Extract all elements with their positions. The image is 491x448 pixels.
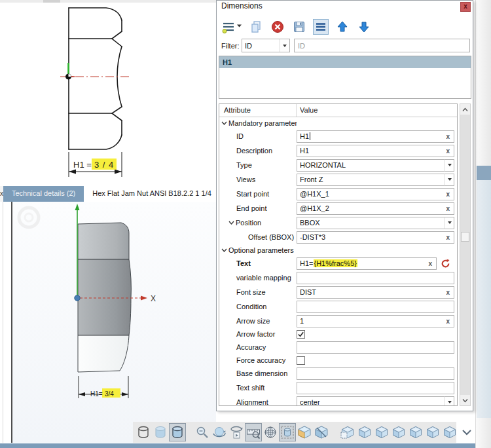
attr-label: Views bbox=[219, 176, 297, 183]
dialog-close-button[interactable]: x bbox=[460, 2, 471, 12]
expander-caret-icon[interactable] bbox=[221, 121, 227, 126]
field-text[interactable]: H1={H1%frac%5}x bbox=[297, 257, 437, 270]
window-scrollbar-track[interactable] bbox=[477, 180, 491, 418]
expander-caret-icon[interactable] bbox=[221, 248, 227, 253]
orbit-icon[interactable] bbox=[211, 423, 228, 441]
attr-label-text: Alignment bbox=[236, 398, 268, 406]
dimension-list[interactable]: H1 bbox=[219, 56, 471, 99]
bounding-box-icon[interactable] bbox=[279, 423, 296, 441]
field-alignment[interactable]: center bbox=[297, 396, 445, 407]
view-front-icon[interactable] bbox=[356, 423, 373, 441]
field-variable-mapping[interactable] bbox=[297, 272, 454, 284]
attr-label: Arrow factor bbox=[219, 330, 297, 338]
field-id[interactable]: H1x bbox=[297, 130, 454, 143]
field-condition[interactable] bbox=[297, 301, 454, 313]
field-start-point[interactable]: @H1X_1x bbox=[297, 188, 454, 200]
clear-field-button[interactable]: x bbox=[443, 147, 452, 155]
filter-field-select[interactable]: ID bbox=[242, 39, 290, 52]
attr-row-description: DescriptionH1x bbox=[219, 143, 457, 158]
dropdown-caret-icon[interactable] bbox=[445, 159, 454, 172]
clear-field-button[interactable]: x bbox=[443, 133, 452, 140]
list-item-h1[interactable]: H1 bbox=[219, 56, 471, 68]
checkbox-force-accuracy[interactable] bbox=[297, 356, 305, 365]
attr-row-base-dimension: Base dimension bbox=[219, 366, 457, 381]
clipping-icon[interactable] bbox=[313, 423, 330, 441]
attr-value-cell bbox=[297, 382, 457, 394]
measure-icon[interactable] bbox=[245, 423, 262, 441]
attr-value-cell bbox=[297, 330, 457, 339]
field-text-shift[interactable] bbox=[297, 382, 454, 394]
wireframe-display-icon[interactable] bbox=[135, 423, 152, 441]
field-description[interactable]: H1x bbox=[297, 145, 454, 157]
clear-field-button[interactable]: x bbox=[443, 318, 452, 325]
checkbox-arrow-factor[interactable] bbox=[297, 330, 305, 339]
tab-hex-flat-jam-nut-ansi-b18-2-2-1-1-4[interactable]: Hex Flat Jam Nut ANSI B18.2.2 1 1/4 bbox=[84, 186, 220, 202]
attr-value-cell: @H1X_2x bbox=[297, 202, 457, 215]
scroll-down-icon[interactable] bbox=[460, 395, 470, 405]
view-iso-icon[interactable] bbox=[441, 423, 458, 441]
menu-caret-icon[interactable] bbox=[236, 18, 242, 35]
field-end-point[interactable]: @H1X_2x bbox=[297, 202, 454, 215]
dropdown-caret-icon[interactable] bbox=[445, 396, 454, 407]
move-down-button[interactable] bbox=[356, 19, 372, 35]
field-arrow-size[interactable]: 1x bbox=[297, 315, 454, 327]
view-right-icon[interactable] bbox=[407, 423, 424, 441]
more-views-chevron-icon[interactable] bbox=[458, 423, 475, 441]
attr-value-cell: @H1X_1x bbox=[297, 188, 457, 200]
scroll-up-icon[interactable] bbox=[460, 104, 470, 115]
dropdown-caret-icon[interactable] bbox=[445, 174, 454, 186]
attr-label-text: Force accuracy bbox=[236, 356, 285, 364]
field-text: 1 bbox=[300, 317, 304, 325]
field-text: center bbox=[300, 398, 320, 406]
zoom-icon[interactable] bbox=[194, 423, 211, 441]
field-position[interactable]: BBOX bbox=[297, 217, 445, 229]
attr-label-text: Offset (BBOX) bbox=[248, 233, 294, 241]
table-scrollbar-thumb[interactable] bbox=[461, 232, 469, 242]
window-scrollbar-thumb[interactable] bbox=[477, 166, 491, 180]
turntable-icon[interactable] bbox=[228, 423, 245, 441]
view-left-icon[interactable] bbox=[390, 423, 407, 441]
move-up-button[interactable] bbox=[335, 19, 350, 35]
field-font-size[interactable]: DISTx bbox=[297, 286, 454, 299]
viewport-3d[interactable]: X H1= 3/4 bbox=[11, 202, 216, 443]
attr-row-mandatory-parameters: Mandatory parameters bbox=[219, 117, 457, 129]
view-back-icon[interactable] bbox=[373, 423, 390, 441]
mesh-quality-icon[interactable] bbox=[262, 423, 279, 441]
field-type[interactable]: HORIZONTAL bbox=[297, 159, 445, 172]
field-accuracy[interactable] bbox=[297, 341, 454, 354]
clear-field-button[interactable]: x bbox=[443, 234, 452, 241]
filter-input[interactable] bbox=[294, 39, 470, 52]
attr-label-text: Type bbox=[236, 161, 252, 169]
clear-field-button[interactable]: x bbox=[426, 260, 435, 267]
tab-technical-details-2[interactable]: Technical details (2) bbox=[3, 186, 84, 202]
clear-field-button[interactable]: x bbox=[443, 205, 452, 212]
section-plane-icon[interactable] bbox=[296, 423, 313, 441]
nut-3d-render: X H1= 3/4 bbox=[12, 202, 216, 441]
field-text: HORIZONTAL bbox=[300, 161, 346, 169]
attr-label: Arrow size bbox=[219, 317, 297, 325]
clear-field-button[interactable]: x bbox=[443, 191, 452, 198]
dropdown-caret-icon[interactable] bbox=[445, 217, 454, 229]
attr-row-end-point: End point@H1X_2x bbox=[219, 201, 457, 215]
shaded-edges-display-icon[interactable] bbox=[169, 423, 186, 441]
technical-drawing-2d: H1 = 3 / 4 bbox=[0, 3, 216, 186]
add-dimension-menu-button[interactable] bbox=[221, 19, 236, 35]
copy-dimension-button[interactable] bbox=[248, 19, 264, 35]
list-view-button[interactable] bbox=[313, 19, 329, 35]
dimension-h1: H1 = 3 / 4 bbox=[69, 152, 122, 177]
delete-dimension-button[interactable] bbox=[270, 19, 285, 35]
clear-field-button[interactable]: x bbox=[443, 289, 452, 296]
shaded-display-icon[interactable] bbox=[152, 423, 169, 441]
field-base-dimension[interactable] bbox=[297, 367, 454, 380]
view-top-icon[interactable] bbox=[424, 423, 441, 441]
field-offset-bbox[interactable]: -DIST*3x bbox=[297, 231, 454, 244]
save-dimensions-button[interactable] bbox=[291, 19, 307, 35]
view-select-icon[interactable] bbox=[339, 423, 356, 441]
revert-text-button[interactable] bbox=[441, 259, 450, 269]
attr-value-cell bbox=[297, 367, 457, 380]
field-views[interactable]: Front Z bbox=[297, 174, 445, 186]
attribute-table: Attribute Value Mandatory parametersIDH1… bbox=[219, 103, 458, 406]
table-scrollbar[interactable] bbox=[460, 103, 471, 406]
expander-caret-icon[interactable] bbox=[228, 220, 234, 225]
dropdown-caret-icon[interactable] bbox=[280, 39, 289, 52]
